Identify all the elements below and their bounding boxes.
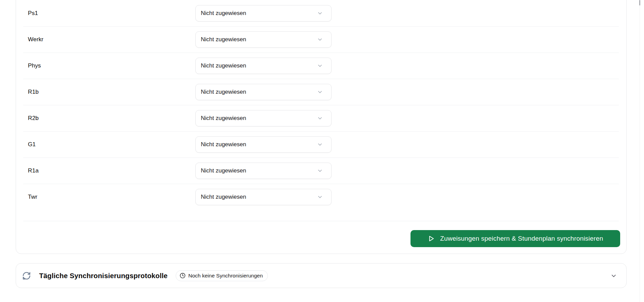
sync-status-badge: Noch keine Synchronisierungen [176, 270, 268, 281]
sync-logs-title: Tägliche Synchronisierungsprotokolle [39, 272, 167, 280]
assignment-rows: Ps1 Nicht zugewiesen Werkr Nicht zugewie… [23, 0, 619, 210]
subject-label: R1a [23, 167, 195, 174]
select-value: Nicht zugewiesen [201, 62, 246, 69]
select-value: Nicht zugewiesen [201, 115, 246, 122]
table-row: Werkr Nicht zugewiesen [23, 27, 619, 53]
subject-label: Twr [23, 194, 195, 200]
play-icon [428, 235, 435, 242]
chevron-down-icon [317, 115, 323, 121]
table-row: Twr Nicht zugewiesen [23, 184, 619, 210]
chevron-down-icon [317, 168, 323, 174]
table-row: R1b Nicht zugewiesen [23, 79, 619, 105]
teacher-select[interactable]: Nicht zugewiesen [195, 110, 332, 126]
select-value: Nicht zugewiesen [201, 36, 246, 43]
teacher-select[interactable]: Nicht zugewiesen [195, 189, 332, 205]
chevron-down-icon [317, 89, 323, 95]
table-row: R1a Nicht zugewiesen [23, 158, 619, 184]
scrollbar-track[interactable] [640, 0, 640, 302]
subject-label: R2b [23, 115, 195, 122]
save-sync-button[interactable]: Zuweisungen speichern & Stundenplan sync… [410, 230, 620, 247]
chevron-down-icon [317, 10, 323, 16]
select-value: Nicht zugewiesen [201, 167, 246, 174]
teacher-select[interactable]: Nicht zugewiesen [195, 31, 332, 48]
select-value: Nicht zugewiesen [201, 194, 246, 200]
teacher-select[interactable]: Nicht zugewiesen [195, 136, 332, 153]
subject-label: R1b [23, 89, 195, 95]
subject-label: G1 [23, 141, 195, 148]
chevron-down-icon [317, 36, 323, 43]
subject-label: Phys [23, 62, 195, 69]
table-row: R2b Nicht zugewiesen [23, 105, 619, 132]
clock-icon [180, 273, 186, 278]
table-row: Ps1 Nicht zugewiesen [23, 0, 619, 27]
sync-status-badge-label: Noch keine Synchronisierungen [188, 273, 263, 279]
save-sync-button-label: Zuweisungen speichern & Stundenplan sync… [440, 235, 603, 242]
subject-label: Ps1 [23, 10, 195, 17]
chevron-down-icon[interactable] [610, 272, 617, 279]
select-value: Nicht zugewiesen [201, 141, 246, 148]
refresh-icon [22, 271, 31, 280]
teacher-select[interactable]: Nicht zugewiesen [195, 5, 332, 21]
subject-label: Werkr [23, 36, 195, 43]
teacher-select[interactable]: Nicht zugewiesen [195, 84, 332, 100]
chevron-down-icon [317, 63, 323, 69]
table-row: G1 Nicht zugewiesen [23, 132, 619, 158]
select-value: Nicht zugewiesen [201, 10, 246, 17]
teacher-select[interactable]: Nicht zugewiesen [195, 163, 332, 179]
teacher-select[interactable]: Nicht zugewiesen [195, 58, 332, 74]
subject-assignments-card: Ps1 Nicht zugewiesen Werkr Nicht zugewie… [16, 0, 627, 254]
footer-divider [23, 221, 619, 221]
select-value: Nicht zugewiesen [201, 89, 246, 95]
sync-logs-card[interactable]: Tägliche Synchronisierungsprotokolle Noc… [16, 263, 627, 288]
chevron-down-icon [317, 141, 323, 148]
table-row: Phys Nicht zugewiesen [23, 53, 619, 79]
chevron-down-icon [317, 194, 323, 200]
scrollbar-thumb[interactable] [639, 0, 640, 5]
